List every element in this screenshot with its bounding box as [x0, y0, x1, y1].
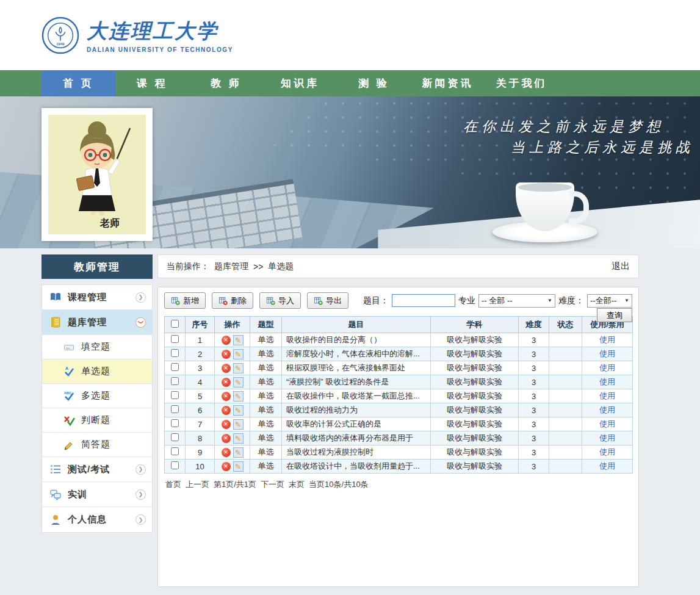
row-checkbox[interactable] [171, 391, 179, 399]
nav-item-news[interactable]: 新闻资讯 [411, 70, 485, 96]
page: 1949 大连理工大学 DALIAN UNIVERSITY OF TECHNOL… [0, 0, 700, 595]
university-seal-icon: 1949 [41, 16, 79, 54]
pagination-prev[interactable]: 上一页 [186, 479, 209, 490]
header-seq: 序号 [186, 317, 215, 333]
edit-row-icon[interactable]: ✎ [233, 405, 244, 416]
delete-row-icon[interactable]: ✕ [222, 420, 231, 429]
select-arrow-icon: ▼ [624, 298, 629, 303]
chevron-right-icon: ❯ [135, 514, 146, 525]
nav-item-about[interactable]: 关于我们 [485, 70, 558, 96]
row-checkbox[interactable] [171, 363, 179, 371]
search-button[interactable]: 查询 [597, 308, 632, 322]
row-checkbox[interactable] [171, 335, 179, 343]
sidebar-item-personal-info[interactable]: 个人信息 ❯ [42, 507, 152, 532]
sidebar-item-judge[interactable]: 判断题 [42, 408, 152, 433]
delete-row-icon[interactable]: ✕ [222, 392, 231, 401]
edit-row-icon[interactable]: ✎ [233, 335, 244, 345]
use-link[interactable]: 使用 [599, 419, 615, 428]
use-link[interactable]: 使用 [599, 447, 615, 456]
delete-row-icon[interactable]: ✕ [222, 350, 231, 359]
table-header-row: 序号 操作 题型 题目 学科 难度 状态 使用/禁用 [165, 317, 633, 333]
delete-row-icon[interactable]: ✕ [222, 336, 231, 345]
row-checkbox[interactable] [171, 461, 179, 469]
delete-button[interactable]: 删除 [212, 292, 253, 309]
sidebar-item-short-answer[interactable]: 简答题 [42, 433, 152, 457]
use-link[interactable]: 使用 [599, 433, 615, 442]
table-row: 6 ✕✎ 单选 吸收过程的推动力为 吸收与解吸实验 3 使用 [165, 403, 633, 417]
row-checkbox[interactable] [171, 433, 179, 441]
export-button[interactable]: 导出 [307, 292, 348, 309]
sidebar-item-test-exam[interactable]: 测试/考试 ❯ [42, 457, 152, 482]
breadcrumb-parent[interactable]: 题库管理 [214, 261, 248, 272]
pagination-page-info: 第1页/共1页 [214, 479, 256, 490]
delete-row-icon[interactable]: ✕ [222, 448, 231, 457]
use-link[interactable]: 使用 [599, 377, 615, 386]
delete-row-icon[interactable]: ✕ [222, 406, 231, 415]
notebook-icon [49, 316, 62, 328]
sidebar-item-fill-blank[interactable]: 填空题 [42, 335, 152, 359]
nav-item-courses[interactable]: 课 程 [115, 70, 189, 96]
edit-row-icon[interactable]: ✎ [233, 349, 244, 359]
header-status: 状态 [549, 317, 582, 333]
nav-item-teachers[interactable]: 教 师 [189, 70, 263, 96]
nav-item-tests[interactable]: 测 验 [337, 70, 411, 96]
sidebar-item-training[interactable]: 实训 ❯ [42, 482, 152, 507]
university-name-cn: 大连理工大学 [87, 18, 233, 45]
censored-name-block [74, 218, 99, 229]
edit-row-icon[interactable]: ✎ [233, 433, 244, 444]
delete-row-icon[interactable]: ✕ [222, 378, 231, 387]
edit-row-icon[interactable]: ✎ [233, 447, 244, 458]
delete-row-icon[interactable]: ✕ [222, 462, 231, 471]
title-search-input[interactable] [392, 294, 455, 307]
table-row: 7 ✕✎ 单选 吸收率的计算公式正确的是 吸收与解吸实验 3 使用 [165, 417, 633, 431]
hero-banner: 在你出发之前永远是梦想 当上路之后永远是挑战 [0, 96, 700, 248]
use-link[interactable]: 使用 [599, 405, 615, 414]
use-link[interactable]: 使用 [599, 461, 615, 471]
table-add-icon [171, 296, 180, 305]
sidebar-item-course-management[interactable]: 课程管理 ❯ [42, 285, 152, 310]
teacher-name-row: 老师 [48, 217, 146, 230]
header-ops: 操作 [215, 317, 250, 333]
edit-row-icon[interactable]: ✎ [233, 377, 244, 388]
title-filter-label: 题目： [363, 295, 389, 306]
body-area: 教师管理 课程管理 ❯ 题库管理 ❯ [0, 248, 700, 595]
use-link[interactable]: 使用 [599, 349, 615, 358]
chevron-down-icon: ❯ [135, 317, 146, 328]
logout-button[interactable]: 退出 [612, 261, 630, 272]
edit-row-icon[interactable]: ✎ [233, 419, 244, 430]
select-all-checkbox[interactable] [171, 320, 179, 328]
difficulty-select[interactable]: --全部-- ▼ [587, 294, 632, 308]
sidebar-item-multi-choice[interactable]: ABC 多选题 [42, 384, 152, 408]
nav-item-knowledge[interactable]: 知识库 [263, 70, 337, 96]
delete-row-icon[interactable]: ✕ [222, 434, 231, 443]
use-link[interactable]: 使用 [599, 391, 615, 400]
add-button[interactable]: 新增 [164, 292, 206, 309]
pagination-next[interactable]: 下一页 [261, 479, 284, 490]
toolbar: 新增 删除 导入 导出 题目： [164, 292, 632, 309]
nav-item-home[interactable]: 首 页 [41, 70, 115, 96]
table-row: 2 ✕✎ 单选 溶解度较小时，气体在液相中的溶解... 吸收与解吸实验 3 使用 [165, 347, 633, 361]
sidebar-item-single-choice[interactable]: A 单选题 [42, 359, 152, 384]
pagination-first[interactable]: 首页 [165, 479, 181, 490]
pagination-count-info: 当页10条/共10条 [309, 479, 369, 490]
delete-row-icon[interactable]: ✕ [222, 364, 231, 373]
use-link[interactable]: 使用 [599, 363, 615, 372]
row-checkbox[interactable] [171, 349, 179, 357]
sidebar-item-question-bank[interactable]: 题库管理 ❯ [42, 310, 152, 335]
breadcrumb-current: 单选题 [268, 261, 294, 272]
import-button[interactable]: 导入 [259, 292, 301, 309]
top-header: 1949 大连理工大学 DALIAN UNIVERSITY OF TECHNOL… [0, 0, 700, 70]
edit-row-icon[interactable]: ✎ [233, 461, 244, 472]
breadcrumb-label: 当前操作： [167, 261, 209, 272]
pagination-last[interactable]: 末页 [289, 479, 305, 490]
single-choice-icon: A [63, 366, 75, 378]
use-link[interactable]: 使用 [599, 335, 615, 344]
edit-row-icon[interactable]: ✎ [233, 363, 244, 373]
row-checkbox[interactable] [171, 447, 179, 455]
row-checkbox[interactable] [171, 377, 179, 385]
row-checkbox[interactable] [171, 419, 179, 427]
row-checkbox[interactable] [171, 405, 179, 413]
major-select[interactable]: -- 全部 -- ▼ [478, 294, 555, 308]
edit-row-icon[interactable]: ✎ [233, 391, 244, 402]
teacher-cartoon-illustration [48, 115, 146, 215]
